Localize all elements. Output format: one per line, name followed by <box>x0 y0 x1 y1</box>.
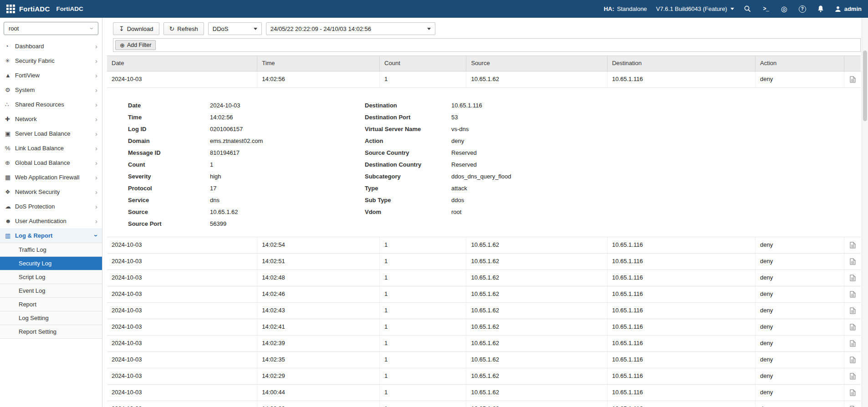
dos-protection-icon: ☁ <box>5 203 15 210</box>
detail-field-source-country: Source Country Reserved <box>365 147 511 158</box>
sidebar-item-label: Link Load Balance <box>15 145 64 152</box>
refresh-button[interactable]: ↻ Refresh <box>163 22 204 35</box>
cell-destination: 10.65.1.116 <box>608 71 756 87</box>
cell-source: 10.65.1.62 <box>466 254 607 270</box>
download-button[interactable]: ↧ Download <box>113 22 159 35</box>
log-detail-document-icon[interactable] <box>844 352 861 368</box>
cell-source: 10.65.1.62 <box>466 286 607 302</box>
sidebar-item-network-security[interactable]: ❖ Network Security › <box>0 184 102 199</box>
detail-field-value: ddos_dns_query_flood <box>451 173 511 180</box>
chevron-right-icon: › <box>95 203 97 210</box>
date-range-select[interactable]: 24/05/22 20:22:09 - 24/10/03 14:02:56 <box>266 22 435 35</box>
sidebar-item-security-fabric[interactable]: ✳ Security Fabric › <box>0 53 102 68</box>
firmware-version-menu[interactable]: V7.6.1 Build6043 (Feature) <box>656 5 734 12</box>
sidebar-item-link-load-balance[interactable]: % Link Load Balance › <box>0 141 102 155</box>
table-row[interactable]: 2024-10-03 14:00:29 1 10.65.1.62 10.65.1… <box>107 401 861 407</box>
log-type-select[interactable]: DDoS <box>208 22 262 35</box>
global-load-balance-icon: ⊕ <box>5 159 15 166</box>
detail-field-value: 0201006157 <box>210 126 365 132</box>
apps-grid-icon[interactable] <box>6 5 15 13</box>
scrollbar-thumb[interactable] <box>863 51 867 121</box>
sidebar-item-log-report[interactable]: ▥ Log & Report › <box>0 228 102 243</box>
cell-time: 14:02:51 <box>257 254 380 270</box>
log-detail-document-icon[interactable] <box>844 385 861 401</box>
admin-user-menu[interactable]: admin <box>834 5 862 13</box>
detail-field-value: ems.ztnatest02.com <box>210 137 365 144</box>
sidebar-item-log-setting[interactable]: Log Setting <box>0 311 102 325</box>
table-row[interactable]: 2024-10-03 14:02:39 1 10.65.1.62 10.65.1… <box>107 336 861 352</box>
detail-field-log-id: Log ID 0201006157 <box>128 123 365 135</box>
sidebar-item-security-log[interactable]: Security Log <box>0 257 102 270</box>
sidebar-item-report[interactable]: Report <box>0 298 102 311</box>
log-detail-document-icon[interactable] <box>844 270 861 286</box>
sidebar-item-shared-resources[interactable]: ∴ Shared Resources › <box>0 97 102 112</box>
log-detail-document-icon[interactable] <box>844 237 861 253</box>
log-detail-document-icon[interactable] <box>844 254 861 270</box>
table-row[interactable]: 2024-10-03 14:02:43 1 10.65.1.62 10.65.1… <box>107 303 861 319</box>
column-header-detail-icon[interactable] <box>844 56 861 71</box>
sidebar-item-system[interactable]: ⚙ System › <box>0 82 102 97</box>
sidebar-item-dos-protection[interactable]: ☁ DoS Protection › <box>0 199 102 214</box>
log-detail-document-icon[interactable] <box>844 71 861 87</box>
sidebar-item-traffic-log[interactable]: Traffic Log <box>0 243 102 257</box>
table-row[interactable]: 2024-10-03 14:02:56 1 10.65.1.62 10.65.1… <box>107 71 861 88</box>
detail-field-label: Action <box>365 137 451 144</box>
sidebar-item-dashboard[interactable]: ◔ Dashboard › <box>0 39 102 53</box>
sidebar-item-event-log[interactable]: Event Log <box>0 284 102 298</box>
sidebar-item-server-load-balance[interactable]: ▣ Server Load Balance › <box>0 126 102 141</box>
sidebar-item-report-setting[interactable]: Report Setting <box>0 325 102 339</box>
column-header-date[interactable]: Date <box>107 56 257 71</box>
sidebar-item-label: DoS Protection <box>15 203 55 210</box>
help-icon[interactable]: ? <box>798 5 807 14</box>
detail-field-label: Destination Port <box>365 114 451 121</box>
cell-action: deny <box>756 368 844 384</box>
cell-time: 14:02:39 <box>257 336 380 351</box>
sidebar-item-global-load-balance[interactable]: ⊕ Global Load Balance › <box>0 155 102 170</box>
log-report-submenu: Traffic Log Security Log Script Log Even… <box>0 243 102 339</box>
table-row[interactable]: 2024-10-03 14:02:51 1 10.65.1.62 10.65.1… <box>107 254 861 270</box>
log-detail-document-icon[interactable] <box>844 319 861 335</box>
sidebar-item-network[interactable]: ✚ Network › <box>0 112 102 126</box>
cell-date: 2024-10-03 <box>107 352 257 368</box>
log-detail-document-icon[interactable] <box>844 368 861 384</box>
log-detail-document-icon[interactable] <box>844 336 861 351</box>
detail-field-value: Reserved <box>451 161 511 168</box>
log-detail-document-icon[interactable] <box>844 286 861 302</box>
vdom-select[interactable]: root › <box>4 22 98 35</box>
column-header-action[interactable]: Action <box>756 56 844 71</box>
notification-bell-icon[interactable] <box>816 5 825 14</box>
table-row[interactable]: 2024-10-03 14:02:48 1 10.65.1.62 10.65.1… <box>107 270 861 286</box>
add-icon: ⊕ <box>120 42 125 49</box>
table-row[interactable]: 2024-10-03 14:02:29 1 10.65.1.62 10.65.1… <box>107 368 861 385</box>
cell-action: deny <box>756 71 844 87</box>
detail-field-protocol: Protocol 17 <box>128 182 365 194</box>
record-icon[interactable]: ◎ <box>780 5 789 14</box>
sidebar-item-fortiview[interactable]: ▲ FortiView › <box>0 68 102 82</box>
cell-source: 10.65.1.62 <box>466 71 607 87</box>
cell-destination: 10.65.1.116 <box>608 303 756 319</box>
cell-count: 1 <box>380 71 466 87</box>
cli-console-icon[interactable]: >_ <box>761 5 771 14</box>
cell-action: deny <box>756 303 844 319</box>
column-header-count[interactable]: Count <box>380 56 466 71</box>
sidebar-item-web-application-firewall[interactable]: ▦ Web Application Firewall › <box>0 170 102 184</box>
log-detail-document-icon[interactable] <box>844 303 861 319</box>
detail-field-value: deny <box>451 137 511 144</box>
column-header-destination[interactable]: Destination <box>608 56 756 71</box>
table-row[interactable]: 2024-10-03 14:02:46 1 10.65.1.62 10.65.1… <box>107 286 861 303</box>
table-row[interactable]: 2024-10-03 14:02:54 1 10.65.1.62 10.65.1… <box>107 237 861 254</box>
log-detail-document-icon[interactable] <box>844 401 861 407</box>
search-icon[interactable] <box>743 5 752 14</box>
add-filter-button[interactable]: ⊕ Add Filter <box>115 40 156 50</box>
table-row[interactable]: 2024-10-03 14:02:41 1 10.65.1.62 10.65.1… <box>107 319 861 336</box>
detail-field-value: dns <box>210 197 365 204</box>
table-row[interactable]: 2024-10-03 14:00:44 1 10.65.1.62 10.65.1… <box>107 385 861 401</box>
sidebar-item-user-authentication[interactable]: ☻ User Authentication › <box>0 214 102 228</box>
detail-field-label: Source <box>128 209 210 215</box>
column-header-time[interactable]: Time <box>257 56 380 71</box>
table-row[interactable]: 2024-10-03 14:02:35 1 10.65.1.62 10.65.1… <box>107 352 861 368</box>
sidebar-nav: ◔ Dashboard › ✳ Security Fabric › ▲ Fort… <box>0 39 102 228</box>
security-fabric-icon: ✳ <box>5 57 15 64</box>
sidebar-item-script-log[interactable]: Script Log <box>0 270 102 284</box>
column-header-source[interactable]: Source <box>466 56 607 71</box>
